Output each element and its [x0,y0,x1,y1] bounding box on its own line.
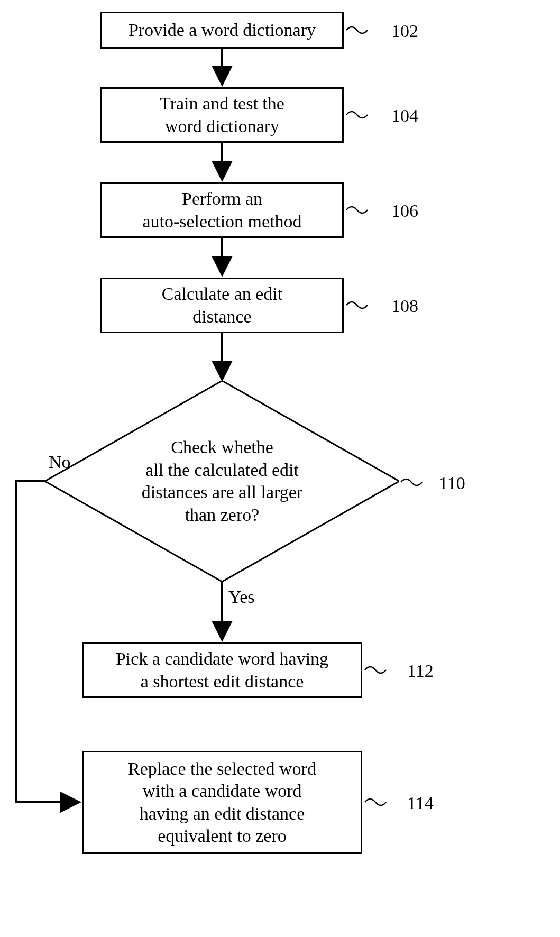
step-114-box: Replace the selected word with a candida… [82,751,362,854]
step-112-text: Pick a candidate word having a shortest … [116,648,328,693]
ref-102: 102 [391,21,418,41]
step-112-box: Pick a candidate word having a shortest … [82,642,362,698]
step-108-text: Calculate an edit distance [162,283,282,328]
step-102-text: Provide a word dictionary [128,19,316,42]
edge-no-label: No [49,452,71,472]
edge-yes-label: Yes [228,587,254,607]
step-106-box: Perform an auto-selection method [100,182,344,238]
flowchart: Provide a word dictionary Train and test… [0,0,560,937]
step-114-text: Replace the selected word with a candida… [128,758,316,848]
step-110-text: Check whethe all the calculated edit dis… [142,436,302,526]
ref-connector-110 [401,479,422,485]
step-104-box: Train and test the word dictionary [100,87,344,143]
ref-112: 112 [407,661,434,681]
ref-connector-104 [346,112,368,118]
ref-106: 106 [391,201,418,221]
step-110-decision: Check whethe all the calculated edit dis… [45,381,399,582]
step-108-box: Calculate an edit distance [100,278,344,333]
ref-connector-108 [346,302,368,308]
step-102-box: Provide a word dictionary [100,12,344,49]
step-104-text: Train and test the word dictionary [160,93,284,137]
ref-connector-102 [346,27,368,33]
step-106-text: Perform an auto-selection method [142,188,301,233]
ref-connector-112 [365,667,386,673]
ref-108: 108 [391,296,418,316]
ref-connector-106 [346,207,368,213]
ref-104: 104 [391,106,418,126]
ref-110: 110 [439,473,465,493]
ref-connector-114 [365,799,386,805]
ref-114: 114 [407,793,434,813]
